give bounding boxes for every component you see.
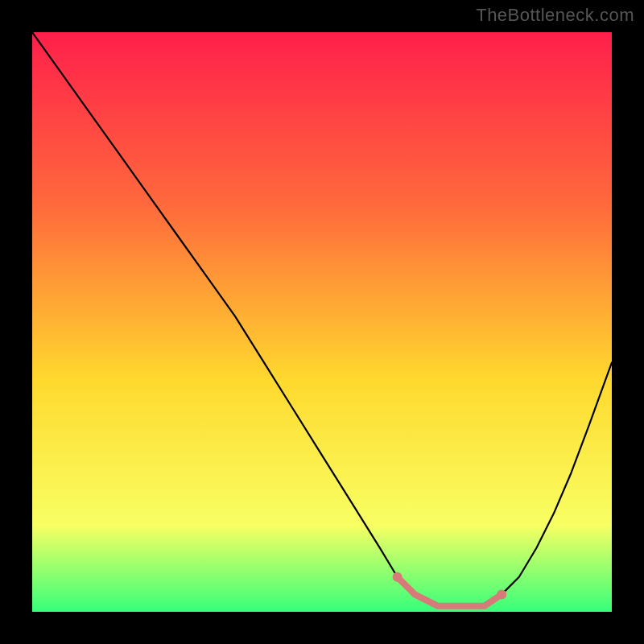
gradient-bg	[32, 32, 612, 612]
chart-svg	[32, 32, 612, 612]
marker-dot	[497, 589, 506, 599]
plot-area	[32, 32, 612, 612]
watermark-text: TheBottleneck.com	[476, 5, 634, 26]
marker-dot	[393, 572, 402, 582]
chart-frame: TheBottleneck.com	[0, 0, 644, 644]
